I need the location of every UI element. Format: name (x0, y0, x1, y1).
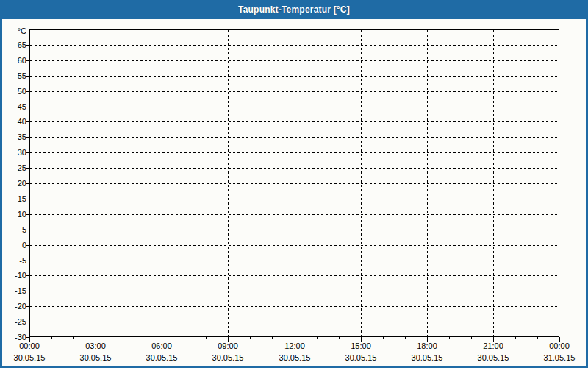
x-date-label: 30.05.15 (206, 353, 250, 362)
x-date-label: 31.05.15 (537, 353, 581, 362)
y-tick-label: 45 (0, 102, 26, 111)
x-date-label: 30.05.15 (405, 353, 449, 362)
plot-border (30, 30, 559, 337)
y-tick-label: -10 (0, 271, 26, 280)
x-tick-label: 03:00 (79, 342, 112, 350)
y-tick-label: 50 (0, 87, 26, 96)
y-tick-label: 15 (0, 194, 26, 203)
x-tick-label: 00:00 (13, 342, 46, 350)
x-tick-label: 12:00 (279, 342, 311, 350)
y-tick-label: -20 (0, 302, 26, 311)
y-tick-label: 30 (0, 148, 26, 157)
y-tick-label: 10 (0, 210, 26, 219)
y-tick-label: -25 (0, 317, 26, 326)
y-tick-label: 55 (0, 71, 26, 80)
x-tick-label: 09:00 (212, 342, 244, 350)
y-tick-label: -5 (0, 256, 26, 265)
x-date-label: 30.05.15 (7, 353, 51, 362)
x-date-label: 30.05.15 (140, 353, 184, 362)
chart-window: Taupunkt-Temperatur [°C] 656055504540353… (0, 0, 588, 368)
y-tick-label: 20 (0, 179, 26, 188)
x-tick-label: 15:00 (345, 342, 377, 350)
x-date-label: 30.05.15 (471, 353, 515, 362)
y-tick-label: -30 (0, 333, 26, 342)
y-tick-label: 40 (0, 117, 26, 126)
y-tick-label: 0 (0, 241, 26, 250)
x-tick-label: 06:00 (146, 342, 178, 350)
y-tick-label: 25 (0, 163, 26, 172)
x-date-label: 30.05.15 (74, 353, 118, 362)
x-tick-label: 21:00 (477, 342, 509, 350)
x-date-label: 30.05.15 (273, 353, 317, 362)
y-tick-label: 65 (0, 40, 26, 49)
y-axis-unit-label: °C (0, 26, 26, 35)
y-tick-label: -15 (0, 286, 26, 295)
y-tick-label: 60 (0, 56, 26, 65)
x-tick-label: 18:00 (411, 342, 443, 350)
y-tick-label: 5 (0, 225, 26, 234)
x-date-label: 30.05.15 (339, 353, 383, 362)
y-tick-label: 35 (0, 132, 26, 141)
x-tick-label: 00:00 (543, 342, 576, 350)
chart-grid (0, 0, 588, 368)
